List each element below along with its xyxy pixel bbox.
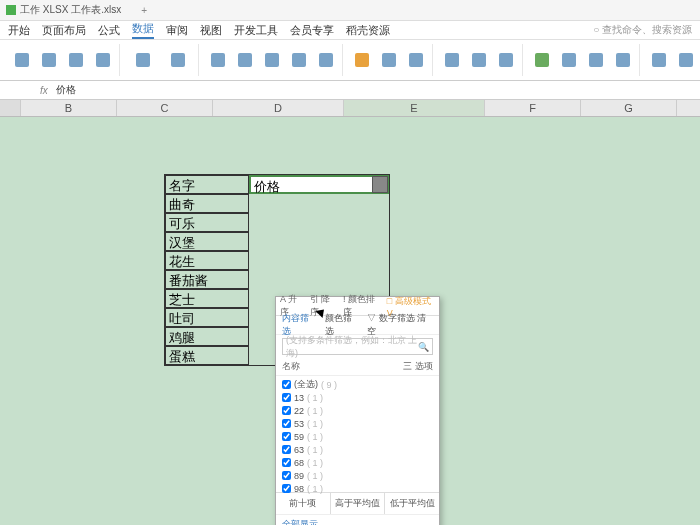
filter-checkbox[interactable]: [282, 484, 291, 493]
filter-item[interactable]: 68( 1 ): [282, 456, 433, 469]
data-cell[interactable]: 汉堡: [165, 232, 249, 251]
title-bar: 工作 XLSX 工作表.xlsx +: [0, 0, 700, 21]
formula-bar: fx 价格: [0, 81, 700, 100]
filter-item[interactable]: 53( 1 ): [282, 417, 433, 430]
filter-checkbox[interactable]: [282, 432, 291, 441]
filter-checkbox[interactable]: [282, 471, 291, 480]
below-avg-button[interactable]: 低于平均值: [385, 493, 439, 514]
quick-filter-buttons: 前十项 高于平均值 低于平均值: [276, 492, 439, 514]
doc-title: 工作 XLSX 工作表.xlsx: [20, 3, 121, 17]
menu-item[interactable]: 公式: [98, 23, 120, 38]
filter-item-list: (全选)( 9 )13( 1 )22( 1 )53( 1 )59( 1 )63(…: [276, 376, 439, 492]
search-placeholder: (支持多条件筛选，例如：北京 上海): [286, 334, 418, 360]
data-cell[interactable]: 可乐: [165, 213, 249, 232]
header-cell-name[interactable]: 名字: [165, 175, 249, 194]
data-cell[interactable]: 曲奇: [165, 194, 249, 213]
menu-item-active[interactable]: 数据: [132, 21, 154, 39]
doc-icon: [6, 5, 16, 15]
search-icon: 🔍: [418, 342, 429, 352]
filter-checkbox[interactable]: [282, 419, 291, 428]
filter-list-header: 名称 三 选项: [276, 358, 439, 376]
menu-item[interactable]: 审阅: [166, 23, 188, 38]
col-header[interactable]: C: [117, 100, 213, 116]
filter-sub-tabs: 内容筛选 颜色筛选 ▽ 数字筛选 清空: [276, 316, 439, 335]
options-link[interactable]: 三 选项: [403, 360, 433, 373]
menu-item[interactable]: 会员专享: [290, 23, 334, 38]
filter-item[interactable]: 63( 1 ): [282, 443, 433, 456]
col-header[interactable]: G: [581, 100, 677, 116]
filter-item[interactable]: 13( 1 ): [282, 391, 433, 404]
menu-item[interactable]: 视图: [200, 23, 222, 38]
col-header[interactable]: H: [677, 100, 700, 116]
col-header[interactable]: B: [21, 100, 117, 116]
above-avg-button[interactable]: 高于平均值: [331, 493, 386, 514]
select-all-corner[interactable]: [0, 100, 21, 116]
name-col-label: 名称: [282, 360, 300, 373]
fx-value[interactable]: 价格: [52, 83, 80, 97]
filter-checkbox[interactable]: [282, 458, 291, 467]
menu-item[interactable]: 开始: [8, 23, 30, 38]
ribbon: [0, 40, 700, 81]
column-headers: B C D E F G H: [0, 100, 700, 117]
col-header-active[interactable]: E: [344, 100, 485, 116]
filter-popup: A 升序 引 降序 ! 颜色排序 □ 高级模式 V 内容筛选 颜色筛选 ▽ 数字…: [275, 296, 440, 525]
filter-item[interactable]: (全选)( 9 ): [282, 378, 433, 391]
col-header[interactable]: D: [213, 100, 344, 116]
command-search[interactable]: ○ 查找命令、搜索资源: [593, 23, 692, 37]
data-cell[interactable]: 番茄酱: [165, 270, 249, 289]
data-cell[interactable]: 鸡腿: [165, 327, 249, 346]
data-cell[interactable]: 吐司: [165, 308, 249, 327]
menu-item[interactable]: 开发工具: [234, 23, 278, 38]
spreadsheet-area[interactable]: B C D E F G H 名字 价格 曲奇 可乐 汉堡 花生 番茄酱 芝士 吐…: [0, 100, 700, 525]
filter-item[interactable]: 22( 1 ): [282, 404, 433, 417]
data-cell[interactable]: 芝士: [165, 289, 249, 308]
data-cell[interactable]: 花生: [165, 251, 249, 270]
show-all-link[interactable]: 全部显示: [276, 514, 439, 525]
data-cell[interactable]: 蛋糕: [165, 346, 249, 365]
filter-checkbox[interactable]: [282, 380, 291, 389]
new-tab-button[interactable]: +: [141, 5, 147, 16]
menu-item[interactable]: 页面布局: [42, 23, 86, 38]
filter-checkbox[interactable]: [282, 393, 291, 402]
filter-item[interactable]: 89( 1 ): [282, 469, 433, 482]
filter-checkbox[interactable]: [282, 445, 291, 454]
filter-checkbox[interactable]: [282, 406, 291, 415]
filter-item[interactable]: 59( 1 ): [282, 430, 433, 443]
menu-bar: 开始 页面布局 公式 数据 审阅 视图 开发工具 会员专享 稻壳资源 ○ 查找命…: [0, 21, 700, 40]
col-header[interactable]: F: [485, 100, 581, 116]
menu-item[interactable]: 稻壳资源: [346, 23, 390, 38]
header-cell-price[interactable]: 价格: [249, 175, 389, 194]
filter-search-input[interactable]: (支持多条件筛选，例如：北京 上海) 🔍: [282, 338, 433, 355]
top-ten-button[interactable]: 前十项: [276, 493, 331, 514]
fx-label: fx: [36, 85, 52, 96]
